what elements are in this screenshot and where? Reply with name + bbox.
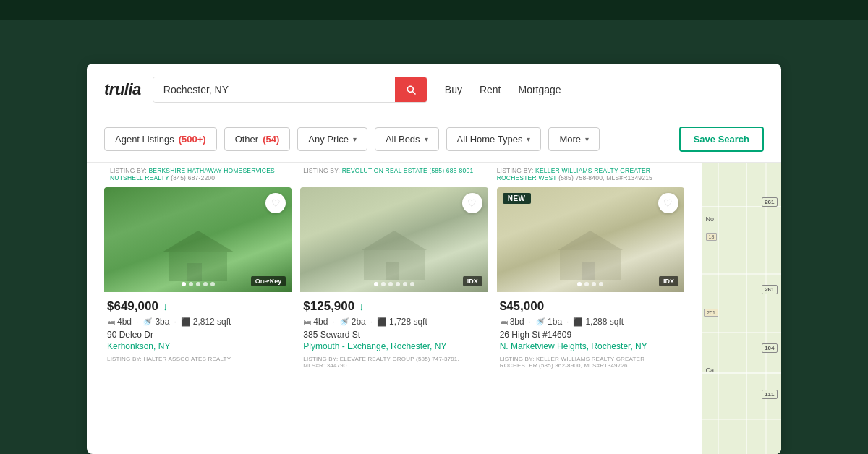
neighborhood-3: N. Marketview Heights, Rochester, NY — [500, 341, 681, 351]
header: trulia Buy Rent Mortgage — [87, 64, 781, 116]
bed-icon-3: 🛏 — [500, 317, 508, 326]
sqft-icon-3: ⬛ — [573, 317, 583, 327]
nav-links: Buy Rent Mortgage — [445, 84, 561, 95]
sqft-1: 2,812 sqft — [193, 317, 231, 327]
map-highway-251: 251 — [704, 309, 718, 317]
agent-listings-filter[interactable]: Agent Listings (500+) — [104, 127, 217, 151]
image-dots-2 — [374, 282, 414, 286]
map-highway-104: 104 — [762, 343, 777, 353]
save-search-button[interactable]: Save Search — [679, 127, 764, 152]
baths-2: 2ba — [352, 317, 366, 327]
beds-filter[interactable]: All Beds ▾ — [375, 127, 439, 151]
brand-badge-3: IDX — [659, 276, 678, 286]
map-panel[interactable]: 261 261 104 111 No Ca 18 251 — [702, 163, 781, 454]
svg-rect-8 — [582, 262, 595, 280]
svg-marker-6 — [558, 231, 623, 250]
property-card-2[interactable]: ♡ IDX — [300, 187, 488, 372]
listing-by-2: LISTING BY: ELEVATE REALTY GROUP (585) 7… — [303, 356, 485, 369]
neighborhood-1: Kerhonkson, NY — [107, 341, 289, 351]
property-image-2 — [300, 187, 488, 292]
details-row-1: 🛏 4bd · 🚿 3ba · ⬛ — [107, 317, 289, 327]
map-label-ca: Ca — [706, 367, 715, 374]
more-filter[interactable]: More ▾ — [548, 127, 600, 151]
bath-icon-3: 🚿 — [535, 317, 545, 327]
listing-attr-2: LISTING BY: REVOLUTION REAL ESTATE (585)… — [297, 167, 490, 181]
card-info-1: $649,000 ↓ 🛏 4bd · 🚿 — [104, 292, 292, 365]
favorite-button-2[interactable]: ♡ — [462, 193, 482, 213]
baths-1: 3ba — [155, 317, 169, 327]
bed-icon-2: 🛏 — [303, 317, 311, 326]
beds-2: 4bd — [313, 317, 328, 327]
svg-rect-2 — [187, 263, 202, 281]
home-types-filter[interactable]: All Home Types ▾ — [446, 127, 542, 151]
bath-icon-1: 🚿 — [142, 317, 153, 327]
listing-by-1: LISTING BY: HALTER ASSOCIATES REALTY — [107, 356, 289, 362]
property-card-1[interactable]: ♡ One·Key $649 — [104, 187, 292, 372]
map-highway-261: 261 — [762, 197, 777, 207]
price-1: $649,000 — [107, 299, 158, 314]
bath-icon-2: 🚿 — [339, 317, 349, 327]
card-info-3: $45,000 🛏 3bd · 🚿 1ba — [497, 292, 684, 372]
beds-1: 4bd — [117, 317, 132, 327]
logo: trulia — [104, 80, 141, 99]
price-down-icon-2: ↓ — [359, 301, 364, 312]
map-background: 261 261 104 111 No Ca 18 251 — [702, 163, 781, 454]
search-bar — [153, 77, 427, 103]
address-2: 385 Seward St — [303, 330, 485, 340]
svg-rect-5 — [386, 262, 399, 280]
home-types-chevron-icon: ▾ — [527, 135, 530, 143]
search-input[interactable] — [153, 77, 395, 102]
svg-marker-3 — [362, 231, 427, 250]
attribution-row-top: LISTING BY: BERKSHIRE HATHAWAY HOMESERVI… — [98, 163, 690, 184]
price-filter[interactable]: Any Price ▾ — [297, 127, 367, 151]
baths-3: 1ba — [548, 317, 562, 327]
card-image-3: NEW ♡ IDX — [497, 187, 684, 292]
details-row-3: 🛏 3bd · 🚿 1ba · ⬛ — [500, 317, 681, 327]
card-image-2: ♡ IDX — [300, 187, 488, 292]
brand-badge-1: One·Key — [251, 276, 286, 286]
beds-chevron-icon: ▾ — [425, 135, 428, 143]
image-dots-1 — [182, 282, 215, 286]
content-area: LISTING BY: BERKSHIRE HATHAWAY HOMESERVI… — [87, 163, 781, 454]
sqft-icon-1: ⬛ — [181, 317, 191, 327]
listing-by-3: LISTING BY: KELLER WILLIAMS REALTY GREAT… — [500, 356, 681, 369]
address-1: 90 Deleo Dr — [107, 330, 289, 340]
svg-marker-0 — [162, 231, 234, 252]
search-button[interactable] — [395, 77, 427, 102]
map-highway-111: 111 — [762, 390, 777, 399]
sqft-3: 1,288 sqft — [585, 317, 624, 327]
price-down-icon-1: ↓ — [163, 301, 168, 312]
price-2: $125,900 — [303, 299, 354, 314]
favorite-button-3[interactable]: ♡ — [658, 193, 678, 213]
other-filter[interactable]: Other (54) — [224, 127, 291, 151]
new-badge-3: NEW — [503, 193, 531, 204]
listing-attr-3: LISTING BY: KELLER WILLIAMS REALTY GREAT… — [491, 167, 684, 181]
brand-badge-2: IDX — [463, 276, 482, 286]
beds-3: 3bd — [510, 317, 524, 327]
price-3: $45,000 — [500, 299, 544, 314]
address-3: 26 High St #14609 — [500, 330, 681, 340]
property-card-3[interactable]: NEW ♡ IDX $45,000 — [497, 187, 684, 372]
sqft-icon-2: ⬛ — [377, 317, 387, 327]
property-cards-row: ♡ One·Key $649 — [98, 184, 690, 380]
card-image-1: ♡ One·Key — [104, 187, 292, 292]
details-row-2: 🛏 4bd · 🚿 2ba · ⬛ — [303, 317, 485, 327]
bed-icon-1: 🛏 — [107, 317, 115, 326]
filter-bar: Agent Listings (500+) Other (54) Any Pri… — [87, 116, 781, 163]
map-highway-18: 18 — [706, 233, 718, 241]
listings-area: LISTING BY: BERKSHIRE HATHAWAY HOMESERVI… — [87, 163, 702, 454]
map-label-no: No — [706, 215, 715, 223]
price-chevron-icon: ▾ — [353, 135, 357, 143]
map-highway-261b: 261 — [762, 285, 777, 294]
nav-rent[interactable]: Rent — [480, 84, 501, 95]
more-chevron-icon: ▾ — [585, 135, 589, 143]
image-dots-3 — [577, 282, 603, 286]
sqft-2: 1,728 sqft — [389, 317, 427, 327]
card-info-2: $125,900 ↓ 🛏 4bd · 🚿 — [300, 292, 488, 372]
listing-attr-1: LISTING BY: BERKSHIRE HATHAWAY HOMESERVI… — [104, 167, 297, 181]
search-icon — [405, 84, 417, 95]
nav-buy[interactable]: Buy — [445, 84, 462, 95]
nav-mortgage[interactable]: Mortgage — [519, 84, 561, 95]
neighborhood-2: Plymouth - Exchange, Rochester, NY — [303, 341, 485, 351]
